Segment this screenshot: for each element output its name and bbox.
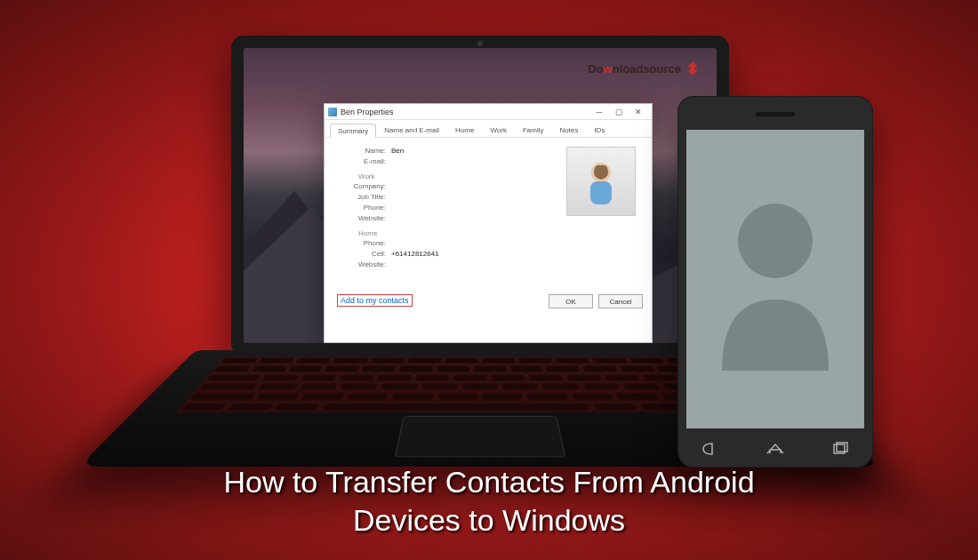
add-to-contacts-link[interactable]: Add to my contacts	[337, 294, 413, 307]
name-value: Ben	[391, 147, 404, 155]
phone-label: Phone:	[337, 204, 386, 212]
android-nav-bar	[677, 441, 873, 457]
tab-ids[interactable]: IDs	[586, 123, 613, 137]
dialog-footer: OK Cancel	[549, 294, 643, 308]
home-section: Home	[358, 229, 639, 237]
phone-speaker	[756, 112, 795, 116]
dialog-title: Ben Properties	[341, 108, 589, 116]
touchpad	[394, 416, 565, 457]
webcam-icon	[477, 41, 483, 46]
tab-notes[interactable]: Notes	[551, 123, 586, 137]
dialog-tabs: Summary Name and E-mail Home Work Family…	[325, 120, 652, 138]
tab-summary[interactable]: Summary	[330, 124, 376, 138]
dialog-titlebar: Ben Properties ─ ▢ ✕	[325, 104, 652, 120]
back-button[interactable]	[698, 441, 723, 457]
contact-icon	[328, 108, 337, 116]
home-website-label: Website:	[337, 260, 386, 268]
laptop-screen: Downloadsource Ben Properties ─ ▢ ✕ Summ…	[231, 36, 729, 356]
maximize-button[interactable]: ▢	[609, 106, 629, 118]
name-label: Name:	[337, 147, 386, 155]
home-button[interactable]	[763, 441, 788, 457]
stage: Downloadsource Ben Properties ─ ▢ ✕ Summ…	[0, 0, 978, 560]
close-button[interactable]: ✕	[629, 106, 648, 118]
company-label: Company:	[337, 182, 386, 190]
title-line-2: Devices to Windows	[0, 501, 978, 540]
contact-photo	[566, 147, 636, 216]
brand-text: Downloadsource	[588, 62, 681, 76]
svg-rect-5	[590, 181, 612, 204]
tab-name-email[interactable]: Name and E-mail	[376, 123, 447, 137]
cell-label: Cell:	[337, 250, 386, 258]
recent-apps-button[interactable]	[828, 441, 853, 457]
dialog-body: Name:Ben E-mail: Work Company: Job Title…	[325, 138, 652, 316]
cell-value: +61412812641	[391, 250, 439, 258]
home-phone-label: Phone:	[337, 239, 386, 247]
tab-work[interactable]: Work	[482, 123, 515, 137]
contact-silhouette-icon	[704, 184, 846, 374]
website-label: Website:	[337, 214, 386, 222]
cancel-button[interactable]: Cancel	[598, 294, 643, 308]
ok-button[interactable]: OK	[549, 294, 593, 308]
email-label: E-mail:	[337, 157, 386, 165]
phone-screen	[686, 130, 864, 428]
svg-point-6	[738, 204, 813, 278]
contact-properties-dialog: Ben Properties ─ ▢ ✕ Summary Name and E-…	[324, 103, 653, 343]
tab-home[interactable]: Home	[447, 123, 482, 137]
android-phone	[677, 96, 873, 468]
article-title: How to Transfer Contacts From Android De…	[0, 463, 978, 540]
brand-watermark: Downloadsource	[588, 60, 701, 76]
minimize-button[interactable]: ─	[589, 106, 609, 118]
tab-family[interactable]: Family	[515, 123, 552, 137]
title-line-1: How to Transfer Contacts From Android	[0, 463, 978, 502]
brand-logo-icon	[685, 60, 701, 76]
desktop-wallpaper: Downloadsource Ben Properties ─ ▢ ✕ Summ…	[244, 48, 717, 343]
jobtitle-label: Job Title:	[337, 193, 386, 201]
